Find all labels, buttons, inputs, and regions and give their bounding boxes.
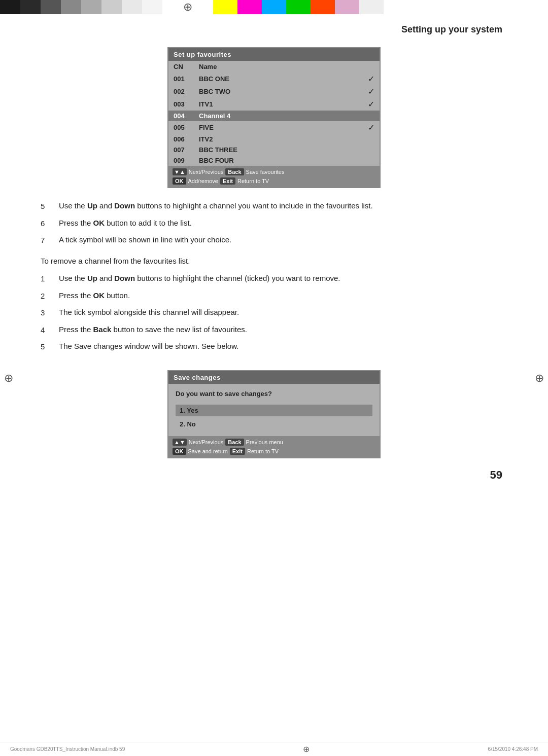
- list-text: Press the OK button.: [59, 290, 507, 302]
- list-item: 1 Use the Up and Down buttons to highlig…: [41, 273, 507, 285]
- table-row: 006ITV2: [168, 134, 380, 145]
- save-question: Do you want to save changes?: [176, 390, 372, 398]
- table-cell-cn: 003: [168, 98, 194, 111]
- list-text: Press the Back button to save the new li…: [59, 324, 507, 336]
- table-cell-tick: [363, 155, 380, 166]
- list-num: 6: [41, 218, 59, 230]
- table-row: 003ITV1✓: [168, 98, 380, 111]
- favourites-table: CN Name 001BBC ONE✓002BBC TWO✓003ITV1✓00…: [168, 61, 380, 166]
- bottom-bar: Goodmans GDB20TTS_Instruction Manual.ind…: [0, 742, 548, 756]
- favourites-dialog: Set up favourites CN Name 001BBC ONE✓002…: [167, 47, 381, 188]
- bottom-left-text: Goodmans GDB20TTS_Instruction Manual.ind…: [10, 746, 125, 752]
- save-footer-row2: OK Save and return Exit Return to TV: [173, 447, 375, 456]
- list-num: 7: [41, 234, 59, 246]
- favourites-footer: ▼▲ Next/Previous Back Save favourites OK…: [168, 166, 380, 187]
- color-swatch-lightgray: [359, 0, 384, 14]
- color-swatch-3: [41, 0, 61, 14]
- list-text: A tick symbol will be shown in line with…: [59, 234, 507, 246]
- table-cell-name: BBC TWO: [194, 85, 363, 98]
- top-bar-right: [213, 0, 548, 14]
- color-swatch-cyan: [262, 0, 286, 14]
- table-cell-tick: [363, 111, 380, 121]
- save-options: 1. Yes2. No: [176, 405, 372, 430]
- table-cell-tick: ✓: [363, 73, 380, 85]
- footer-label-return-tv: Return to TV: [237, 178, 269, 184]
- list-num: 2: [41, 290, 59, 302]
- list-text: Use the Up and Down buttons to highlight…: [59, 273, 507, 285]
- save-changes-dialog: Save changes Do you want to save changes…: [167, 370, 381, 458]
- favourites-footer-row1: ▼▲ Next/Previous Back Save favourites: [173, 167, 375, 176]
- table-row: 009BBC FOUR: [168, 155, 380, 166]
- table-cell-name: ITV2: [194, 134, 363, 145]
- table-cell-cn: 004: [168, 111, 194, 121]
- favourites-dialog-body: CN Name 001BBC ONE✓002BBC TWO✓003ITV1✓00…: [168, 61, 380, 166]
- list-item: 6 Press the OK button to add it to the l…: [41, 218, 507, 230]
- page-number: 59: [41, 469, 507, 482]
- list-item: 5 The Save changes window will be shown.…: [41, 341, 507, 353]
- list-num: 3: [41, 307, 59, 319]
- list-text: Use the Up and Down buttons to highlight…: [59, 200, 507, 212]
- table-cell-cn: 002: [168, 85, 194, 98]
- col-header-name: Name: [194, 61, 363, 73]
- nav-arrow-updown: ▼▲: [173, 168, 187, 175]
- color-swatch-8: [142, 0, 162, 14]
- table-cell-name: BBC THREE: [194, 145, 363, 155]
- table-row: 001BBC ONE✓: [168, 73, 380, 85]
- ok-key-badge: OK: [173, 177, 186, 185]
- footer-label-save-favs: Save favourites: [246, 169, 285, 175]
- table-cell-tick: [363, 145, 380, 155]
- table-cell-cn: 009: [168, 155, 194, 166]
- color-swatch-yellow: [213, 0, 237, 14]
- favourites-footer-row2: OK Add/remove Exit Return to TV: [173, 176, 375, 186]
- table-cell-name: BBC ONE: [194, 73, 363, 85]
- instructions-section2: 1 Use the Up and Down buttons to highlig…: [41, 273, 507, 353]
- list-num: 5: [41, 341, 59, 353]
- save-dialog-body: Do you want to save changes? 1. Yes2. No: [168, 384, 380, 436]
- table-cell-cn: 001: [168, 73, 194, 85]
- save-dialog-wrapper: Save changes Do you want to save changes…: [41, 362, 507, 458]
- table-row: 005FIVE✓: [168, 121, 380, 134]
- color-swatch-green: [286, 0, 311, 14]
- top-color-bar: ⊕: [0, 0, 548, 14]
- list-item: 4 Press the Back button to save the new …: [41, 324, 507, 336]
- color-swatch-pink: [335, 0, 359, 14]
- color-swatch-6: [101, 0, 122, 14]
- save-footer-label1: Next/Previous: [189, 439, 223, 445]
- table-cell-tick: ✓: [363, 121, 380, 134]
- list-item: 3 The tick symbol alongside this channel…: [41, 307, 507, 319]
- table-cell-cn: 006: [168, 134, 194, 145]
- table-row: 004Channel 4: [168, 111, 380, 121]
- list-num: 4: [41, 324, 59, 336]
- list-num: 5: [41, 200, 59, 212]
- color-swatch-7: [122, 0, 142, 14]
- list-num: 1: [41, 273, 59, 285]
- table-cell-cn: 005: [168, 121, 194, 134]
- color-swatch-red: [311, 0, 335, 14]
- col-header-tick: [363, 61, 380, 73]
- top-reg-mark-center: ⊕: [162, 0, 213, 14]
- save-footer-label4: Return to TV: [247, 448, 279, 454]
- color-swatch-4: [61, 0, 81, 14]
- list-item: 5 Use the Up and Down buttons to highlig…: [41, 200, 507, 212]
- table-cell-tick: [363, 134, 380, 145]
- table-cell-name: ITV1: [194, 98, 363, 111]
- save-exit-badge: Exit: [230, 448, 245, 455]
- list-text: Press the OK button to add it to the lis…: [59, 218, 507, 230]
- top-bar-left: [0, 0, 162, 14]
- table-cell-tick: ✓: [363, 98, 380, 111]
- back-key-badge: Back: [225, 168, 244, 175]
- save-nav-arrow: ▲▼: [173, 439, 187, 446]
- save-dialog-footer: ▲▼ Next/Previous Back Previous menu OK S…: [168, 436, 380, 457]
- save-footer-row1: ▲▼ Next/Previous Back Previous menu: [173, 438, 375, 447]
- table-cell-tick: ✓: [363, 85, 380, 98]
- table-cell-name: BBC FOUR: [194, 155, 363, 166]
- footer-label-next-prev: Next/Previous: [189, 169, 223, 175]
- favourites-dialog-title: Set up favourites: [168, 48, 380, 61]
- save-footer-label3: Save and return: [188, 448, 228, 454]
- table-row: 007BBC THREE: [168, 145, 380, 155]
- bottom-center-reg: ⊕: [303, 744, 310, 754]
- right-reg-mark: ⊕: [535, 372, 544, 385]
- instructions-section1: 5 Use the Up and Down buttons to highlig…: [41, 200, 507, 246]
- page-title: Setting up your system: [41, 24, 507, 35]
- color-swatch-5: [81, 0, 101, 14]
